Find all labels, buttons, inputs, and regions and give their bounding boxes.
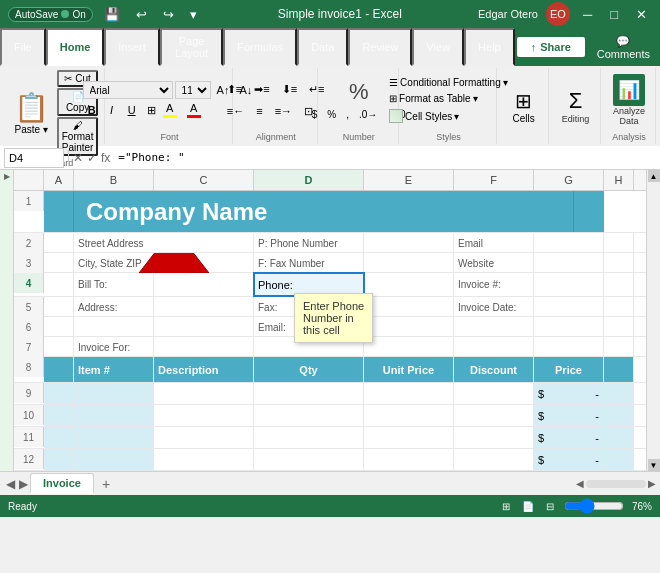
currency-button[interactable]: $ [308, 107, 322, 122]
col-header-C[interactable]: C [154, 170, 254, 190]
cell-A7[interactable] [44, 337, 74, 357]
cell-H6[interactable] [604, 317, 634, 337]
cell-G3[interactable] [534, 253, 604, 273]
cell-A4[interactable] [44, 273, 74, 296]
cell-H9[interactable] [604, 383, 634, 404]
cell-A9[interactable] [44, 383, 74, 404]
cell-H7[interactable] [604, 337, 634, 357]
cell-B8[interactable]: Item # [74, 357, 154, 382]
cell-C8[interactable]: Description [154, 357, 254, 382]
cell-B3[interactable]: City, State ZIP [74, 253, 254, 273]
cell-C10[interactable] [154, 405, 254, 426]
cell-F2[interactable]: Email [454, 233, 534, 253]
cell-H10[interactable] [604, 405, 634, 426]
tab-review[interactable]: Review [348, 28, 412, 66]
cell-A11[interactable] [44, 427, 74, 448]
cell-E8[interactable]: Unit Price [364, 357, 454, 382]
tab-insert[interactable]: Insert [104, 28, 160, 66]
undo-button[interactable]: ↩ [131, 5, 152, 24]
analyze-data-button[interactable]: 📊 Analyze Data [609, 72, 649, 128]
cell-B7[interactable]: Invoice For: [74, 337, 154, 357]
save-button[interactable]: 💾 [99, 5, 125, 24]
cell-F11[interactable] [454, 427, 534, 448]
cell-F6[interactable] [454, 317, 534, 337]
cell-A12[interactable] [44, 449, 74, 470]
cell-H5[interactable] [604, 297, 634, 317]
scroll-right-tab-button[interactable]: ▶ [17, 475, 30, 493]
horizontal-scrollbar[interactable]: ◀ ▶ [576, 478, 656, 489]
tab-formulas[interactable]: Formulas [223, 28, 297, 66]
autosave-toggle[interactable]: AutoSave On [8, 7, 93, 22]
cell-B10[interactable] [74, 405, 154, 426]
cell-G9[interactable]: $- [534, 383, 604, 404]
editing-button[interactable]: Σ Editing [554, 81, 598, 131]
cell-C12[interactable] [154, 449, 254, 470]
cell-B12[interactable] [74, 449, 154, 470]
align-middle-button[interactable]: ➡≡ [249, 79, 274, 99]
cell-F10[interactable] [454, 405, 534, 426]
cell-H4[interactable] [604, 273, 634, 296]
cell-D9[interactable] [254, 383, 364, 404]
bold-button[interactable]: B [83, 101, 101, 119]
cell-B2[interactable]: Street Address [74, 233, 254, 253]
scroll-right-button[interactable]: ▶ [648, 478, 656, 489]
comments-button[interactable]: 💬 Comments [587, 31, 660, 64]
cell-B1-merged[interactable]: Company Name [74, 191, 494, 232]
name-box[interactable] [4, 148, 64, 168]
cell-A1[interactable] [44, 191, 74, 232]
font-color-button[interactable]: A [187, 102, 201, 118]
align-right-button[interactable]: ≡→ [270, 101, 297, 121]
cell-G11[interactable]: $- [534, 427, 604, 448]
align-center-button[interactable]: ≡ [251, 101, 267, 121]
cell-A8[interactable] [44, 357, 74, 382]
cell-D3[interactable]: F: Fax Number [254, 253, 364, 273]
cell-H12[interactable] [604, 449, 634, 470]
cell-D10[interactable] [254, 405, 364, 426]
cell-G6[interactable] [534, 317, 604, 337]
tab-page-layout[interactable]: Page Layout [160, 28, 223, 66]
cell-G2[interactable] [534, 233, 604, 253]
increase-decimal-button[interactable]: .0→ [355, 107, 381, 122]
fill-color-button[interactable]: A [163, 102, 177, 118]
col-header-G[interactable]: G [534, 170, 604, 190]
cell-F12[interactable] [454, 449, 534, 470]
cancel-formula-icon[interactable]: ✕ [73, 151, 83, 165]
tab-data[interactable]: Data [297, 28, 348, 66]
tab-view[interactable]: View [412, 28, 464, 66]
scroll-down-button[interactable]: ▼ [648, 459, 660, 471]
cell-D11[interactable] [254, 427, 364, 448]
cell-H1[interactable] [574, 191, 604, 232]
cell-D2[interactable]: P: Phone Number [254, 233, 364, 253]
align-bottom-button[interactable]: ⬇≡ [277, 79, 302, 99]
cell-F3[interactable]: Website [454, 253, 534, 273]
vertical-scrollbar[interactable]: ▲ ▼ [646, 170, 660, 471]
scroll-up-button[interactable]: ▲ [648, 170, 660, 182]
cell-B9[interactable] [74, 383, 154, 404]
cell-C6[interactable] [154, 317, 254, 337]
cell-H8[interactable] [604, 357, 634, 382]
align-top-button[interactable]: ⬆≡ [222, 79, 247, 99]
cell-styles-button[interactable]: Cell Styles ▾ [384, 107, 513, 125]
cell-C7[interactable] [154, 337, 254, 357]
cell-F8[interactable]: Discount [454, 357, 534, 382]
cell-H3[interactable] [604, 253, 634, 273]
cell-E9[interactable] [364, 383, 454, 404]
add-sheet-button[interactable]: + [96, 474, 116, 494]
cell-G8[interactable]: Price [534, 357, 604, 382]
cell-B6[interactable] [74, 317, 154, 337]
cell-E12[interactable] [364, 449, 454, 470]
cell-F9[interactable] [454, 383, 534, 404]
cell-A2[interactable] [44, 233, 74, 253]
cell-E3[interactable] [364, 253, 454, 273]
cell-G4[interactable] [534, 273, 604, 296]
cell-G5[interactable] [534, 297, 604, 317]
cell-A6[interactable] [44, 317, 74, 337]
cell-F7[interactable] [454, 337, 534, 357]
cell-C5[interactable] [154, 297, 254, 317]
cell-E2[interactable] [364, 233, 454, 253]
align-left-button[interactable]: ≡← [222, 101, 249, 121]
col-header-F[interactable]: F [454, 170, 534, 190]
cell-B11[interactable] [74, 427, 154, 448]
format-as-table-button[interactable]: ⊞ Format as Table ▾ [384, 91, 513, 106]
cell-D12[interactable] [254, 449, 364, 470]
